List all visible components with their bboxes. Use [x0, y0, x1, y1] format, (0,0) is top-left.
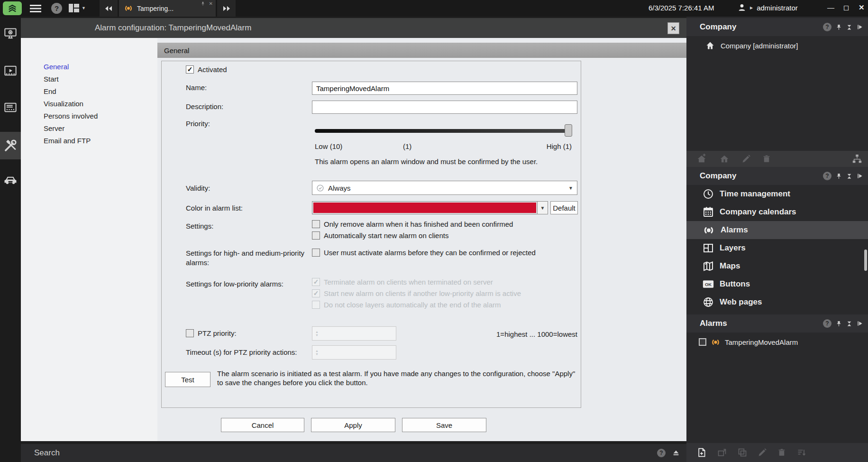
delete-trash-button[interactable]: [762, 154, 771, 164]
pin-icon[interactable]: [836, 320, 842, 327]
test-note: The alarm scenario is initiated as a tes…: [217, 369, 580, 387]
dialog-close-button[interactable]: ✕: [667, 22, 679, 34]
panel-help-icon[interactable]: ?: [823, 319, 831, 328]
list-item-company-calendars[interactable]: Company calendars: [686, 203, 868, 221]
test-button[interactable]: Test: [165, 372, 210, 387]
list-item-label: Company calendars: [720, 207, 796, 217]
validity-value: Always: [328, 184, 351, 192]
new-item-button[interactable]: [697, 447, 706, 458]
user-menu[interactable]: ▶ administrator: [738, 3, 798, 12]
tab-close-icon[interactable]: ✕: [209, 1, 213, 6]
activated-label: Activated: [198, 65, 227, 74]
description-input[interactable]: [312, 101, 577, 114]
tab-tampering-alarm[interactable]: Tampering... ✕: [119, 0, 216, 17]
edit-pencil-button[interactable]: [741, 154, 751, 164]
list-item-layers[interactable]: Layers: [686, 239, 868, 257]
panel-help-icon[interactable]: ?: [823, 23, 831, 31]
home-button[interactable]: [719, 154, 730, 164]
spinner-up-icon: ▲: [315, 330, 396, 333]
priority-slider-thumb[interactable]: [565, 124, 572, 137]
sidebar-item-surveillance[interactable]: [0, 21, 21, 46]
add-home-button[interactable]: [696, 154, 707, 164]
globe-icon: [703, 296, 714, 308]
maximize-button[interactable]: ◻: [843, 3, 849, 12]
user-name: administrator: [757, 4, 798, 12]
only-remove-alarm-checkbox[interactable]: [312, 220, 320, 228]
collapse-panel-icon[interactable]: [857, 24, 863, 30]
org-chart-icon[interactable]: [852, 154, 868, 164]
alarm-color-swatch[interactable]: [312, 201, 538, 214]
save-button[interactable]: Save: [402, 418, 486, 432]
search-input[interactable]: Search: [21, 448, 60, 458]
pin-icon[interactable]: [836, 24, 842, 31]
delete-trash-button[interactable]: [777, 448, 786, 457]
activated-checkbox[interactable]: [186, 65, 194, 74]
help-button[interactable]: ?: [51, 3, 62, 14]
name-input[interactable]: [312, 82, 577, 95]
panel-help-icon[interactable]: ?: [823, 172, 831, 180]
window-close-button[interactable]: ✕: [859, 3, 865, 12]
alarm-list-item-tampering-moved[interactable]: TamperingMovedAlarm: [686, 334, 868, 350]
color-dropdown-button[interactable]: ▼: [537, 201, 548, 214]
sidebar-item-playback[interactable]: [0, 58, 21, 83]
priority-scale-high: High (1): [524, 142, 572, 150]
priority-slider-track[interactable]: [315, 129, 572, 133]
panel-scrollbar[interactable]: [864, 249, 867, 271]
hourglass-icon[interactable]: [846, 24, 852, 31]
tree-item-company-root[interactable]: Company [administrator]: [705, 38, 798, 53]
search-help-icon[interactable]: ?: [657, 449, 666, 457]
color-default-button[interactable]: Default: [550, 201, 578, 214]
help-icon: ?: [51, 3, 62, 14]
tab-scroll-left-button[interactable]: [100, 0, 118, 17]
filmstrip-play-icon: [4, 64, 17, 77]
dialog-nav-general[interactable]: General: [44, 63, 69, 71]
control-panel: Company ? Company [administrator]: [686, 17, 868, 462]
sidebar-item-configuration[interactable]: [0, 132, 21, 159]
list-item-maps[interactable]: Maps: [686, 257, 868, 275]
list-item-buttons[interactable]: OK Buttons: [686, 275, 868, 293]
search-bar[interactable]: Search ?: [21, 444, 686, 462]
alarm-item-checkbox[interactable]: [699, 338, 706, 346]
sidebar-item-lpr[interactable]: [0, 167, 21, 192]
tab-scroll-right-button[interactable]: [217, 0, 236, 17]
main-menu-button[interactable]: [27, 2, 45, 14]
cancel-button[interactable]: Cancel: [221, 418, 304, 432]
list-item-web-pages[interactable]: Web pages: [686, 293, 868, 311]
collapse-panel-icon[interactable]: [857, 173, 863, 179]
dialog-nav-end[interactable]: End: [44, 87, 56, 95]
apply-button[interactable]: Apply: [311, 418, 395, 432]
do-not-close-layers-label: Do not close layers automatically at the…: [324, 301, 501, 309]
list-item-alarms[interactable]: Alarms: [686, 221, 868, 239]
dialog-nav-start[interactable]: Start: [44, 75, 59, 83]
auto-start-alarm-checkbox[interactable]: [312, 231, 320, 240]
dialog-nav: General Start End Visualization Persons …: [21, 38, 157, 441]
collapse-panel-icon[interactable]: [857, 320, 863, 327]
layout-selector-button[interactable]: ▼: [68, 3, 86, 13]
settings-option-row: Automatically start new alarm on clients: [312, 231, 448, 240]
dialog-nav-server[interactable]: Server: [44, 124, 64, 132]
only-remove-alarm-label: Only remove alarm when it has finished a…: [324, 220, 513, 228]
dialog-nav-visualization[interactable]: Visualization: [44, 100, 83, 108]
hourglass-icon[interactable]: [846, 320, 852, 327]
tab-pin-icon[interactable]: [201, 1, 205, 6]
alarm-icon: [124, 5, 133, 12]
activated-row: Activated: [186, 65, 227, 74]
pin-icon[interactable]: [836, 173, 842, 180]
list-item-time-management[interactable]: Time management: [686, 185, 868, 203]
monitor-eye-icon: [4, 27, 17, 40]
minimize-button[interactable]: —: [827, 3, 834, 11]
hourglass-icon[interactable]: [846, 173, 852, 180]
app-logo[interactable]: [3, 1, 22, 15]
validity-dropdown[interactable]: Always ▼: [312, 181, 577, 195]
user-must-activate-checkbox[interactable]: [312, 249, 320, 257]
ptz-priority-checkbox[interactable]: [186, 329, 194, 337]
chevron-down-icon: ▼: [568, 185, 573, 191]
duplicate-button[interactable]: [738, 448, 747, 457]
edit-pencil-button[interactable]: [758, 448, 767, 457]
eject-icon[interactable]: [672, 449, 680, 457]
sort-button[interactable]: [796, 448, 807, 457]
import-button[interactable]: [717, 448, 727, 457]
sidebar-item-reports[interactable]: [0, 95, 21, 120]
dialog-nav-persons-involved[interactable]: Persons involved: [44, 112, 98, 120]
dialog-nav-email-ftp[interactable]: Email and FTP: [44, 137, 91, 145]
